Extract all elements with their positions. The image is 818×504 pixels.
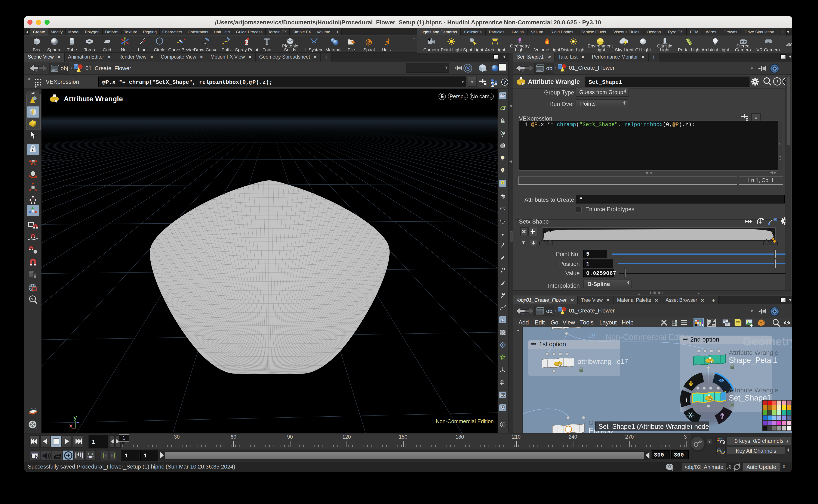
svg-text:i: i bbox=[685, 396, 687, 404]
svg-text:12: 12 bbox=[502, 292, 505, 295]
svg-text:22x: 22x bbox=[30, 298, 34, 301]
svg-text:y: y bbox=[74, 414, 77, 421]
svg-text:x: x bbox=[69, 422, 72, 429]
svg-text:12: 12 bbox=[502, 268, 505, 271]
svg-text:i: i bbox=[777, 79, 778, 84]
svg-text:?: ? bbox=[503, 80, 506, 84]
